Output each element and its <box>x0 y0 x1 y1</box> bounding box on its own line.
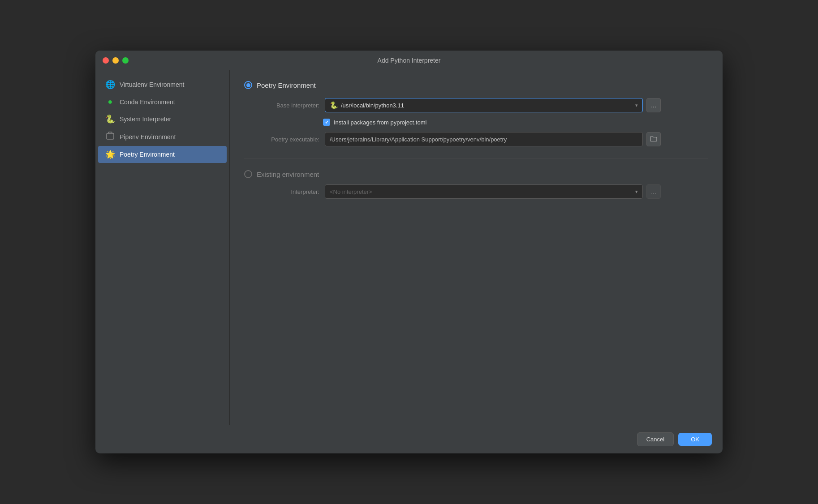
existing-env-section: Existing environment Interpreter: <No in… <box>244 170 708 199</box>
poetry-executable-browse-button[interactable] <box>646 132 661 146</box>
minimize-button[interactable] <box>112 57 119 64</box>
sidebar-item-system-label: System Interpreter <box>120 115 171 123</box>
interpreter-label: Interpreter: <box>257 188 319 195</box>
poetry-executable-container: /Users/jetbrains/Library/Application Sup… <box>325 132 661 146</box>
section-divider <box>244 158 708 158</box>
sidebar-item-system[interactable]: 🐍 System Interpreter <box>98 111 227 128</box>
dialog-title: Add Python Interpreter <box>378 57 441 64</box>
cancel-button[interactable]: Cancel <box>637 432 674 446</box>
maximize-button[interactable] <box>122 57 129 64</box>
sidebar-item-poetry-label: Poetry Environment <box>120 151 175 158</box>
poetry-icon: 🌟 <box>105 149 115 159</box>
sidebar-item-pipenv-label: Pipenv Environment <box>120 133 176 141</box>
sidebar-item-conda-label: Conda Environment <box>120 98 175 106</box>
pipenv-icon <box>105 132 115 142</box>
base-interpreter-value: /usr/local/bin/python3.11 <box>341 102 404 109</box>
existing-env-radio-label: Existing environment <box>257 171 319 178</box>
interpreter-dropdown-arrow: ▾ <box>635 189 638 195</box>
poetry-env-radio-label: Poetry Environment <box>257 81 316 89</box>
poetry-executable-row: Poetry executable: /Users/jetbrains/Libr… <box>257 132 708 146</box>
existing-env-radio-indicator <box>244 170 252 178</box>
interpreter-row: Interpreter: <No interpreter> ▾ ... <box>244 184 708 199</box>
interpreter-dropdown[interactable]: <No interpreter> ▾ <box>325 184 643 199</box>
poetry-executable-input[interactable]: /Users/jetbrains/Library/Application Sup… <box>325 132 643 146</box>
existing-env-radio[interactable]: Existing environment <box>244 170 708 178</box>
poetry-env-form: Base interpreter: 🐍 /usr/local/bin/pytho… <box>244 98 708 146</box>
base-interpreter-dropdown[interactable]: 🐍 /usr/local/bin/python3.11 ▾ <box>325 98 643 112</box>
interpreter-browse-button[interactable]: ... <box>646 184 661 199</box>
add-python-interpreter-dialog: Add Python Interpreter 🌐 Virtualenv Envi… <box>95 51 723 453</box>
base-interpreter-label: Base interpreter: <box>257 102 319 109</box>
poetry-executable-label: Poetry executable: <box>257 136 319 143</box>
python-icon: 🐍 <box>330 101 338 109</box>
ellipsis-icon: ... <box>651 102 656 109</box>
folder-icon <box>650 136 657 143</box>
dropdown-arrow-icon: ▾ <box>635 103 638 108</box>
dialog-footer: Cancel OK <box>95 425 723 453</box>
main-content: 🌐 Virtualenv Environment ● Conda Environ… <box>95 70 723 425</box>
window-controls <box>103 57 129 64</box>
sidebar-item-conda[interactable]: ● Conda Environment <box>98 94 227 110</box>
system-icon: 🐍 <box>105 114 115 124</box>
install-packages-checkbox[interactable]: ✓ <box>323 119 330 126</box>
ok-button[interactable]: OK <box>678 433 712 446</box>
checkmark-icon: ✓ <box>325 120 329 125</box>
base-interpreter-row: Base interpreter: 🐍 /usr/local/bin/pytho… <box>257 98 708 112</box>
title-bar: Add Python Interpreter <box>95 51 723 70</box>
no-interpreter-value: <No interpreter> <box>330 188 372 195</box>
poetry-executable-value: /Users/jetbrains/Library/Application Sup… <box>330 136 507 143</box>
base-interpreter-browse-button[interactable]: ... <box>646 98 661 112</box>
poetry-env-radio-indicator <box>244 81 252 89</box>
close-button[interactable] <box>103 57 109 64</box>
sidebar-item-virtualenv-label: Virtualenv Environment <box>120 81 184 88</box>
svg-rect-0 <box>107 133 114 139</box>
interpreter-container: <No interpreter> ▾ ... <box>325 184 661 199</box>
install-packages-row: ✓ Install packages from pyproject.toml <box>257 119 708 126</box>
sidebar-item-pipenv[interactable]: Pipenv Environment <box>98 128 227 145</box>
conda-icon: ● <box>105 97 115 107</box>
right-panel: Poetry Environment Base interpreter: 🐍 /… <box>230 70 723 425</box>
virtualenv-icon: 🌐 <box>105 80 115 90</box>
interpreter-ellipsis-icon: ... <box>651 188 656 195</box>
sidebar: 🌐 Virtualenv Environment ● Conda Environ… <box>95 70 230 425</box>
install-packages-label: Install packages from pyproject.toml <box>334 119 426 126</box>
poetry-env-radio[interactable]: Poetry Environment <box>244 81 708 89</box>
base-interpreter-container: 🐍 /usr/local/bin/python3.11 ▾ ... <box>325 98 661 112</box>
sidebar-item-poetry[interactable]: 🌟 Poetry Environment <box>98 146 227 163</box>
sidebar-item-virtualenv[interactable]: 🌐 Virtualenv Environment <box>98 76 227 93</box>
